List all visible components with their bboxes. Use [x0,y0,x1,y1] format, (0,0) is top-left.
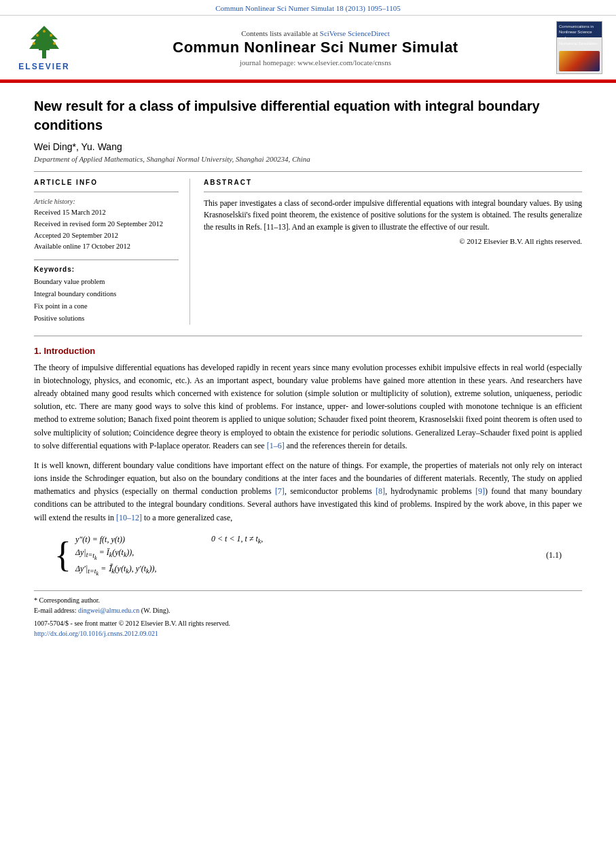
issn-line: 1007-5704/$ - see front matter © 2012 El… [34,620,582,627]
abstract-separator [204,192,582,192]
history-label: Article history: [34,198,179,205]
keywords-label: Keywords: [34,266,179,273]
svg-point-2 [36,34,39,37]
keywords-separator [34,260,179,260]
corresponding-author-note: * Corresponding author. [34,596,582,604]
contents-available-line: Contents lists available at SciVerse Sci… [83,29,548,37]
svg-rect-0 [42,50,46,58]
journal-title: Commun Nonlinear Sci Numer Simulat [83,39,548,56]
svg-marker-1 [29,26,59,50]
journal-header: ELSEVIER Contents lists available at Sci… [0,16,616,81]
affiliation-line: Department of Applied Mathematics, Shang… [34,155,582,163]
paper-title: New result for a class of impulsive diff… [34,96,582,135]
section-separator [34,336,582,336]
info-separator [34,192,179,192]
ref-10-12[interactable]: [10–12] [116,513,142,522]
paper-container: New result for a class of impulsive diff… [0,83,616,658]
journal-center: Contents lists available at SciVerse Sci… [83,29,548,67]
article-info-panel: ARTICLE INFO Article history: Received 1… [34,179,190,325]
elsevier-tree-icon [24,24,65,62]
extend-results-text: extend the results [49,513,106,522]
sciverse-link[interactable]: SciVerse ScienceDirect [320,29,390,37]
doi-link[interactable]: http://dx.doi.org/10.1016/j.cnsns.2012.0… [34,630,582,637]
equations-list: y″(t) = f(t, y(t)) 0 < t < 1, t ≠ tk, Δy… [75,534,263,577]
keyword-3: Fix point in a cone [34,300,179,312]
equation-system: { y″(t) = f(t, y(t)) 0 < t < 1, t ≠ tk, … [54,534,562,577]
equation-1-1-block: { y″(t) = f(t, y(t)) 0 < t < 1, t ≠ tk, … [54,534,562,577]
eq-2-left: Δy|t=tk = Īk(y(tk)), [75,548,184,560]
history-item-2: Received in revised form 20 September 20… [34,219,179,230]
citation-text: Commun Nonlinear Sci Numer Simulat 18 (2… [215,4,400,12]
email-label: E-mail address: [34,607,76,614]
svg-point-6 [43,30,46,33]
journal-homepage: journal homepage: www.elsevier.com/locat… [83,58,548,67]
article-info-label: ARTICLE INFO [34,179,179,186]
email-address[interactable]: dingwei@almu.edu.cn [78,607,139,614]
eq-3-left: Δy′|t=tk = Ī̄k(y(tk), y′(tk)), [75,564,184,577]
intro-paragraph-2: It is well known, different boundary val… [34,459,582,524]
keyword-4: Positive solutions [34,312,179,325]
abstract-panel: ABSTRACT This paper investigates a class… [204,179,582,325]
elsevier-logo: ELSEVIER [14,24,75,71]
svg-point-5 [53,42,56,45]
elsevier-brand-text: ELSEVIER [18,62,69,71]
ref-9[interactable]: [9] [475,486,485,496]
eq-1-right: 0 < t < 1, t ≠ tk, [211,534,263,545]
keyword-1: Boundary value problem [34,276,179,288]
citation-bar: Commun Nonlinear Sci Numer Simulat 18 (2… [0,0,616,16]
ref-1-6[interactable]: [1–6] [267,441,285,450]
history-item-3: Accepted 20 September 2012 [34,230,179,242]
eq-line-2: Δy|t=tk = Īk(y(tk)), [75,548,263,560]
abstract-label: ABSTRACT [204,179,582,186]
history-item-4: Available online 17 October 2012 [34,241,179,253]
ref-7[interactable]: [7] [275,486,285,496]
cover-thumbnail: Communications inNonlinear Science andNu… [557,22,602,73]
eq-1-left: y″(t) = f(t, y(t)) [75,535,184,545]
copyright-line: © 2012 Elsevier B.V. All rights reserved… [204,237,582,245]
authors-line: Wei Ding*, Yu. Wang [34,141,582,152]
keyword-2: Integral boundary conditions [34,288,179,300]
equation-number: (1.1) [546,550,562,560]
article-info-abstract-section: ARTICLE INFO Article history: Received 1… [34,179,582,325]
corresponding-star: * Corresponding author. [34,596,100,604]
journal-cover-image: Communications inNonlinear Science andNu… [556,21,602,74]
eq-line-1: y″(t) = f(t, y(t)) 0 < t < 1, t ≠ tk, [75,534,263,545]
svg-point-4 [33,42,35,45]
email-suffix: (W. Ding). [141,607,170,614]
history-item-1: Received 15 March 2012 [34,207,179,219]
header-separator [34,171,582,172]
footnote-area: * Corresponding author. E-mail address: … [34,590,582,637]
left-brace-icon: { [54,537,71,573]
ref-8[interactable]: [8] [376,486,385,496]
keywords-section: Keywords: Boundary value problem Integra… [34,260,179,324]
eq-line-3: Δy′|t=tk = Ī̄k(y(tk), y′(tk)), [75,564,263,577]
abstract-text: This paper investigates a class of secon… [204,198,582,233]
svg-point-3 [50,34,52,37]
email-line: E-mail address: dingwei@almu.edu.cn (W. … [34,607,582,614]
intro-paragraph-1: The theory of impulsive differential equ… [34,361,582,452]
introduction-heading: 1. Introduction [34,346,582,356]
